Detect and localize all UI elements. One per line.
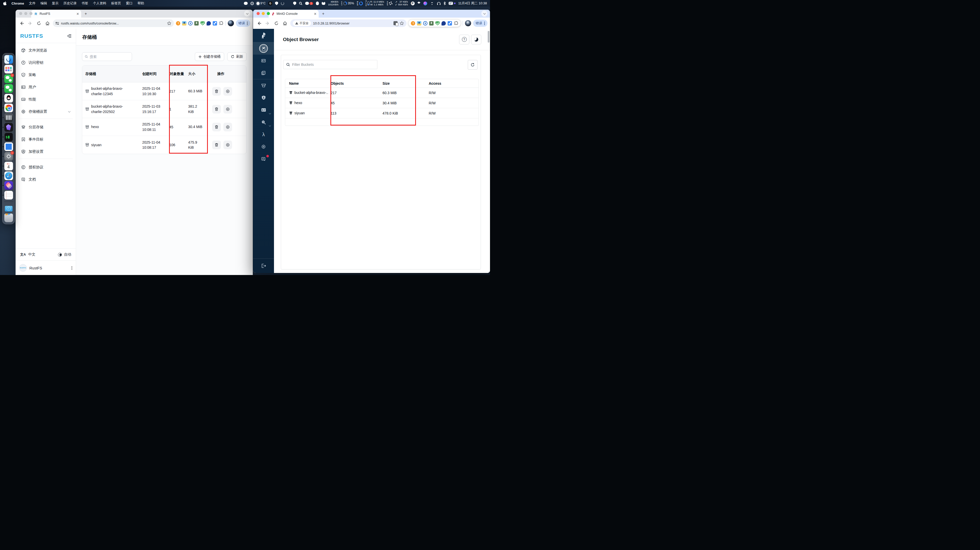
help-button[interactable] xyxy=(459,35,469,44)
url-text[interactable]: 10.0.28.11:9001/browser xyxy=(313,21,391,25)
table-row[interactable]: siyuan 2025-11-04 10:08:17 106 475.9 KiB xyxy=(82,136,247,154)
table-row[interactable]: bucket-alpha-bravo-.. 217 60.3 MiB R/W xyxy=(285,88,479,98)
sidebar-item-documentation[interactable] xyxy=(253,67,274,79)
table-row[interactable]: siyuan 113 478.0 KiB R/W xyxy=(285,108,479,118)
sidebar-item-iam[interactable] xyxy=(253,104,274,116)
delete-bucket-button[interactable] xyxy=(212,141,221,149)
address-bar[interactable]: rustfs.waistu.com/rustfs/console/brow... xyxy=(53,19,174,27)
dock-vscode[interactable] xyxy=(4,143,13,151)
headphones-icon[interactable] xyxy=(437,2,441,5)
dock-obsidian[interactable] xyxy=(4,123,13,132)
sidebar-item-license[interactable]: 授权协议 xyxy=(19,162,73,172)
bucket-settings-button[interactable] xyxy=(223,141,232,149)
dock-system-settings[interactable]: 1 xyxy=(4,152,13,161)
search-status-icon[interactable] xyxy=(299,2,302,5)
home-button[interactable] xyxy=(282,20,288,27)
close-tab-icon[interactable]: ✕ xyxy=(314,12,317,16)
menu-tabs[interactable]: 标签页 xyxy=(111,1,121,6)
new-tab-button[interactable]: + xyxy=(83,11,89,17)
collapse-sidebar-icon[interactable] xyxy=(67,35,71,38)
translate-extension-icon[interactable] xyxy=(448,21,452,25)
col-created[interactable]: 创建时间 xyxy=(142,72,169,76)
dark-extension-icon[interactable] xyxy=(207,21,211,25)
table-row[interactable]: hexo 2025-11-04 10:08:11 45 30.4 MiB xyxy=(82,118,247,136)
menu-view[interactable]: 显示 xyxy=(52,1,59,6)
dock-downloads[interactable] xyxy=(4,204,13,212)
close-tab-icon[interactable]: ✕ xyxy=(76,12,79,16)
sidebar-item-lambda[interactable]: λ xyxy=(253,128,274,141)
vpn-shield-status-icon[interactable] xyxy=(293,2,296,5)
onepassword-extension-icon[interactable] xyxy=(423,21,428,25)
search-input[interactable] xyxy=(90,55,129,59)
sidebar-item-access-keys[interactable]: 访问密钥 xyxy=(19,57,73,68)
bucket-settings-button[interactable] xyxy=(223,105,232,114)
refresh-button[interactable]: 刷新 xyxy=(227,52,247,61)
zoom-window-button[interactable] xyxy=(29,12,32,15)
download-manager-extension-icon[interactable] xyxy=(194,21,199,25)
reload-button[interactable] xyxy=(35,20,42,27)
col-objects[interactable]: 对象数量 xyxy=(169,71,188,76)
siri-icon[interactable] xyxy=(423,2,427,5)
sidebar-item-bucket-settings[interactable]: 存储桶设置 xyxy=(19,106,73,117)
dark-mode-button[interactable] xyxy=(471,35,481,44)
close-window-button[interactable] xyxy=(19,12,22,15)
onepassword-extension-icon[interactable] xyxy=(188,21,192,25)
columns-status-icon[interactable] xyxy=(287,2,290,5)
scrollbar-thumb[interactable] xyxy=(488,31,490,43)
tab-rustfs[interactable]: R RustFS ✕ xyxy=(31,10,81,17)
sidebar-item-settings[interactable] xyxy=(253,141,274,153)
menu-edit[interactable]: 编辑 xyxy=(40,1,47,6)
dark-extension-icon[interactable] xyxy=(441,21,446,25)
wechat-status-icon[interactable] xyxy=(244,2,248,5)
wifi-icon[interactable] xyxy=(430,2,434,5)
dock-wechat-1[interactable]: 1 xyxy=(4,74,13,83)
sidebar-item-tiered-storage[interactable]: 分层存储 xyxy=(19,122,73,132)
tab-search-button[interactable] xyxy=(244,11,250,17)
language-selector[interactable]: 中文 xyxy=(28,252,35,257)
profile-avatar[interactable] xyxy=(228,20,234,26)
sidebar-item-users[interactable]: 用户 xyxy=(19,82,73,92)
col-size[interactable]: 大小 xyxy=(188,72,208,76)
menu-profiles[interactable]: 个人资料 xyxy=(93,1,106,6)
url-text[interactable]: rustfs.waistu.com/rustfs/console/brow... xyxy=(61,21,165,25)
translate-extension-icon[interactable] xyxy=(213,21,217,25)
sidebar-item-identity[interactable] xyxy=(253,92,274,104)
theme-selector[interactable]: 自动 xyxy=(58,252,71,257)
sidebar-item-object-browser[interactable] xyxy=(253,42,274,55)
col-access[interactable]: Access xyxy=(416,81,479,86)
create-bucket-button[interactable]: 创建存储桶 xyxy=(195,52,224,61)
sidebar-item-license[interactable] xyxy=(253,153,274,165)
clock-extension-icon[interactable] xyxy=(411,21,415,25)
fan-gauge[interactable]: SEN xyxy=(387,1,392,6)
menu-bookmarks[interactable]: 书签 xyxy=(81,1,88,6)
tab-search-button[interactable] xyxy=(481,11,487,17)
dock-finder[interactable] xyxy=(4,55,13,64)
stats-status-icon[interactable] xyxy=(417,2,420,5)
clock-extension-icon[interactable] xyxy=(176,21,180,25)
sidebar-item-docs[interactable]: 文档 xyxy=(19,174,73,184)
dock-wechat-2[interactable] xyxy=(4,84,13,93)
dock-shortcuts[interactable] xyxy=(4,181,13,190)
forward-button[interactable] xyxy=(264,20,271,27)
table-row[interactable]: hexo 45 30.4 MiB R/W xyxy=(285,98,479,108)
disk-gauge[interactable]: DISKR: 11.6 MB/sW: 1.1 MB/s xyxy=(366,0,384,6)
home-button[interactable] xyxy=(44,20,51,27)
new-tab-button[interactable]: + xyxy=(320,11,326,17)
translate-icon[interactable] xyxy=(393,21,398,25)
dock-calendar[interactable]: 周二4 xyxy=(4,162,13,170)
menu-app-name[interactable]: Chrome xyxy=(11,2,24,5)
extensions-puzzle-icon[interactable] xyxy=(454,21,458,25)
table-row[interactable]: bucket-alpha-bravo-charlie-202502 2025-1… xyxy=(82,100,247,118)
dock-qq[interactable] xyxy=(4,94,13,103)
spiral-status-icon[interactable] xyxy=(281,2,284,5)
sidebar-item-encryption-settings[interactable]: 加密设置 xyxy=(19,146,73,157)
zoom-window-button[interactable] xyxy=(267,12,270,15)
back-button[interactable] xyxy=(18,20,25,27)
dock-safari[interactable] xyxy=(4,171,13,180)
sidebar-item-access-keys[interactable] xyxy=(253,55,274,67)
sidebar-item-monitoring[interactable] xyxy=(253,116,274,128)
menu-bar-clock[interactable]: 11月4日 周二 10:38 xyxy=(458,1,487,6)
menu-help[interactable]: 帮助 xyxy=(137,1,144,6)
sidebar-item-performance[interactable]: 性能 xyxy=(19,94,73,105)
menu-window[interactable]: 窗口 xyxy=(126,1,132,6)
